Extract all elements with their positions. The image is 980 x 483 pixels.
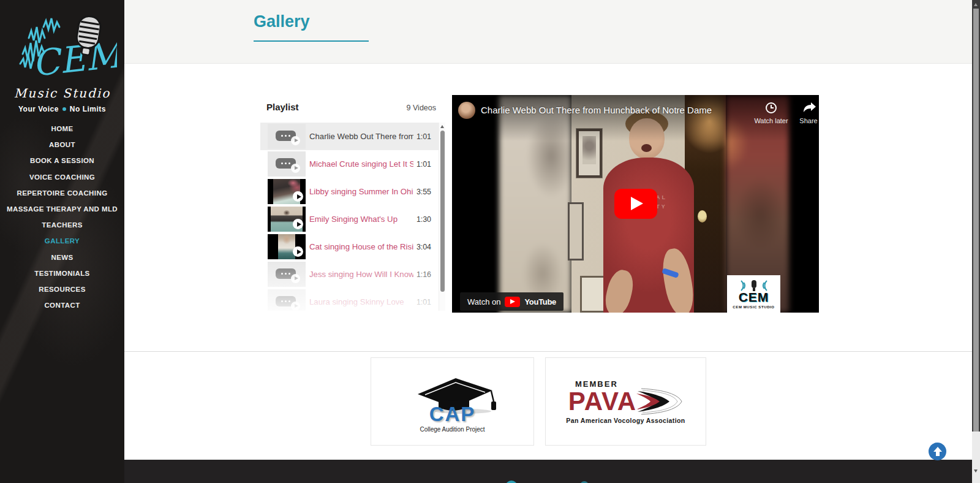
share-label[interactable]: Share: [794, 117, 819, 124]
play-icon: [291, 274, 300, 283]
youtube-player[interactable]: VIRTUAL REALITY Charlie Webb Out There f…: [452, 95, 819, 313]
playlist-item-title[interactable]: Cat singing House of the Risi: [309, 242, 413, 251]
sidebar-item-about[interactable]: ABOUT: [0, 137, 124, 153]
pava-swoosh-icon: [636, 387, 683, 416]
cap-logo-text: CAP: [429, 403, 476, 426]
sidebar-nav: HOME ABOUT BOOK A SESSION VOICE COACHING…: [0, 121, 124, 313]
video-thumbnail[interactable]: [268, 234, 306, 259]
studio-logo[interactable]: CEM Music Studio Your Voice No Limits: [0, 11, 124, 113]
playlist-item-duration: 3:55: [417, 188, 431, 196]
up-arrow-icon: [933, 447, 942, 452]
tagline-right: No Limits: [70, 105, 106, 113]
video-thumbnail[interactable]: [268, 262, 306, 287]
video-thumbnail[interactable]: [268, 289, 306, 311]
vase: [698, 210, 707, 222]
watermark-brand: CEM: [739, 290, 769, 305]
play-icon: [293, 246, 303, 257]
sidebar-item-repertoire-coaching[interactable]: REPERTOIRE COACHING: [0, 185, 124, 201]
page-header-strip: Gallery: [124, 0, 972, 64]
tagline-dot: [62, 107, 66, 111]
cem-watermark: CEM CEM MUSIC STUDIO: [727, 275, 780, 313]
page-footer: [124, 460, 972, 483]
playlist-item[interactable]: Cat singing House of the Risi 3:04: [260, 233, 439, 261]
sidebar-item-resources[interactable]: RESOURCES: [0, 281, 124, 297]
sidebar-item-testimonials[interactable]: TESTIMONIALS: [0, 265, 124, 281]
channel-avatar[interactable]: [458, 102, 475, 119]
sidebar-item-news[interactable]: NEWS: [0, 249, 124, 265]
main-content: Gallery Playlist 9 Videos Charlie Webb O…: [124, 0, 972, 483]
logo-subtitle: Music Studio: [0, 86, 124, 101]
playlist-item[interactable]: Emily Singing What's Up 1:30: [260, 205, 439, 233]
youtube-label: YouTube: [524, 297, 556, 306]
scrollbar-up-button[interactable]: [972, 0, 980, 9]
scroll-to-top-button[interactable]: [929, 443, 946, 460]
sidebar-item-contact[interactable]: CONTACT: [0, 297, 124, 313]
title-underline: [254, 40, 369, 42]
playlist-item[interactable]: Michael Crute singing Let It S 1:01: [260, 150, 439, 178]
sidebar-item-gallery[interactable]: GALLERY: [0, 233, 124, 249]
pava-caption: Pan American Vocology Association: [566, 417, 685, 424]
watch-later-label[interactable]: Watch later: [747, 117, 796, 124]
playlist-list[interactable]: Charlie Webb Out There from 1:01 Michael…: [260, 123, 439, 311]
up-arrow-stem: [936, 452, 940, 456]
scrollbar-down-arrow-icon[interactable]: [974, 470, 978, 473]
video-thumbnail[interactable]: [268, 151, 306, 177]
tagline-left: Your Voice: [18, 105, 59, 113]
vase: [715, 172, 723, 184]
playlist-scrollbar[interactable]: [439, 123, 445, 311]
scrollbar-up-arrow-icon[interactable]: [440, 125, 444, 128]
play-icon: [293, 219, 303, 229]
playlist-item-title[interactable]: Jess singing How Will I Know: [309, 270, 413, 279]
sidebar: CEM Music Studio Your Voice No Limits: [0, 0, 124, 483]
playlist-count: 9 Videos: [407, 104, 436, 112]
partner-card-pava[interactable]: MEMBER PAVA Pan American Vocology Associ…: [545, 357, 706, 446]
video-player-title[interactable]: Charlie Webb Out There from Hunchback of…: [481, 105, 712, 115]
youtube-logo-icon: [505, 297, 520, 307]
watermark-subtitle: CEM MUSIC STUDIO: [733, 305, 774, 309]
watch-later-icon[interactable]: [766, 102, 777, 113]
video-thumbnail[interactable]: [268, 179, 306, 204]
playlist-item-duration: 3:04: [417, 243, 431, 251]
playlist-item[interactable]: Libby singing Summer In Ohi 3:55: [260, 178, 439, 205]
playlist-item-title[interactable]: Michael Crute singing Let It S: [309, 159, 413, 169]
play-icon: [291, 164, 300, 173]
playlist-item[interactable]: Jess singing How Will I Know 1:16: [260, 261, 439, 288]
playlist-item-title[interactable]: Laura singing Skinny Love: [309, 297, 413, 306]
browser-scrollbar[interactable]: [972, 0, 980, 483]
pava-logo-text: PAVA: [568, 389, 636, 414]
playlist-item-duration: 1:30: [417, 215, 431, 224]
singer-mouth: [641, 144, 652, 152]
video-thumbnail[interactable]: [268, 124, 306, 149]
social-icon[interactable]: [505, 481, 518, 483]
playlist-item[interactable]: Laura singing Skinny Love 1:01: [260, 288, 439, 311]
play-icon: [291, 136, 300, 145]
sidebar-item-voice-coaching[interactable]: VOICE COACHING: [0, 169, 124, 185]
playlist-item-duration: 1:16: [417, 270, 431, 279]
vase: [703, 170, 714, 186]
share-icon[interactable]: [803, 102, 816, 113]
cem-logo-graphic: CEM: [8, 11, 117, 89]
youtube-play-button[interactable]: [614, 189, 657, 219]
scrollbar-thumb[interactable]: [440, 131, 445, 292]
watch-on-youtube-button[interactable]: Watch on YouTube: [460, 292, 564, 311]
page-title: Gallery: [254, 12, 310, 31]
sidebar-item-book-a-session[interactable]: BOOK A SESSION: [0, 153, 124, 169]
pava-logo-row: PAVA: [568, 387, 683, 416]
play-icon: [293, 191, 303, 202]
playlist-item[interactable]: Charlie Webb Out There from 1:01: [260, 123, 439, 150]
video-thumbnail[interactable]: [268, 207, 306, 232]
playlist-item-title[interactable]: Emily Singing What's Up: [309, 215, 413, 224]
playlist-item-duration: 1:01: [417, 298, 431, 306]
playlist-item-title[interactable]: Charlie Webb Out There from: [309, 132, 413, 141]
sidebar-item-home[interactable]: HOME: [0, 121, 124, 137]
playlist-item-title[interactable]: Libby singing Summer In Ohi: [309, 187, 413, 196]
page: CEM Music Studio Your Voice No Limits: [0, 0, 980, 483]
cap-caption: College Audition Project: [420, 426, 484, 433]
sidebar-item-teachers[interactable]: TEACHERS: [0, 217, 124, 233]
browser-scrollbar-thumb[interactable]: [972, 9, 980, 432]
watch-on-label: Watch on: [467, 297, 500, 306]
play-icon: [291, 302, 300, 311]
sidebar-item-massage-therapy[interactable]: MASSAGE THERAPY AND MLD: [0, 201, 124, 217]
playlist-title: Playlist: [266, 102, 299, 112]
partner-card-cap[interactable]: CAP College Audition Project: [371, 357, 534, 446]
